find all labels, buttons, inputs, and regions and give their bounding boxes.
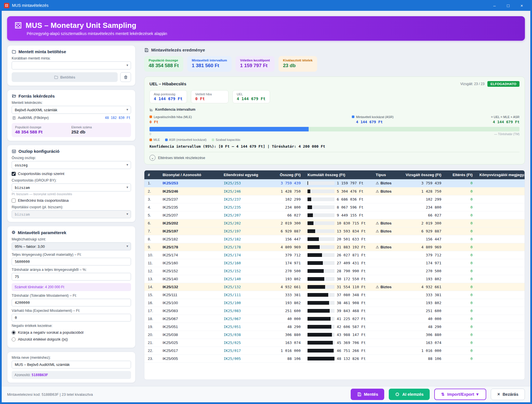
row-document-id: IK25/235 <box>159 203 220 211</box>
table-row[interactable]: 23. IK25/005 IK25/005 88 106 48 132 826 … <box>144 354 525 362</box>
col-difference: Eltérés (Ft) <box>445 170 476 179</box>
row-cumulative-amount: 39 843 468 Ft <box>337 309 366 313</box>
ai-analysis-button[interactable]: AI elemzés <box>389 389 430 400</box>
row-cumulative-amount: 5 304 476 Ft <box>337 189 363 193</box>
row-auditor-note <box>476 331 525 339</box>
row-difference: 0 <box>445 219 476 227</box>
sample-name-input[interactable] <box>12 361 131 368</box>
table-row[interactable]: 14. IK25/132 IK25/132 4 932 661 31 554 1… <box>144 283 525 291</box>
row-checked-amount: 174 971 <box>402 259 445 267</box>
group-by-checkbox-label: Csoportosítás oszlop szerint <box>18 172 64 176</box>
tolerable-misstatement-input[interactable] <box>12 299 131 306</box>
table-row[interactable]: 12. IK25/152 IK25/152 270 500 28 790 990… <box>144 267 525 275</box>
table-row[interactable]: 20. IK25/038 IK25/038 306 880 43 988 147… <box>144 331 525 339</box>
row-type <box>372 259 402 267</box>
group-by-select[interactable]: bizszam ▾ <box>12 184 131 191</box>
row-document-id: IK25/202 <box>159 219 220 227</box>
saved-sample-select[interactable]: ▾ <box>12 61 131 69</box>
row-cumulative-cell: 10 830 715 Ft <box>304 219 372 227</box>
row-type <box>372 299 402 307</box>
sample-table-body: 1. IK25/253 IK25/253 3 759 439 1 159 797… <box>144 179 525 362</box>
row-amount: 193 802 <box>269 275 304 283</box>
table-row[interactable]: 4. IK25/235 IK25/235 234 800 8 067 596 F… <box>144 203 525 211</box>
table-row[interactable]: 19. IK25/051 IK25/051 48 290 42 606 587 … <box>144 323 525 331</box>
row-cumulative-cell: 21 883 192 Ft <box>304 243 372 251</box>
negative-absolute-radio[interactable] <box>12 337 16 341</box>
saved-sample-label: Korábban mentett minta: <box>12 56 131 60</box>
check-list-grouping-checkbox[interactable] <box>12 199 16 203</box>
materiality-input[interactable] <box>12 258 131 265</box>
row-difference: 0 <box>445 211 476 219</box>
table-row[interactable]: 7. IK25/197 IK25/197 6 929 887 13 593 83… <box>144 227 525 235</box>
row-document-id: IK25/132 <box>159 283 220 291</box>
selected-value: bizszam <box>15 185 30 190</box>
row-cumulative-cell: 6 686 036 Ft <box>304 195 372 203</box>
save-button[interactable]: Mentés <box>351 389 385 400</box>
row-index: 17. <box>144 307 159 315</box>
row-cumulative-amount: 27 409 431 Ft <box>337 261 366 265</box>
table-row[interactable]: 17. IK25/083 IK25/083 251 600 39 843 468… <box>144 307 525 315</box>
delete-sample-button[interactable] <box>120 72 131 82</box>
row-index: 7. <box>144 227 159 235</box>
row-cumulative-amount: 20 501 633 Ft <box>337 237 366 241</box>
report-group-select[interactable]: bizszam ▾ <box>12 210 131 218</box>
row-amount: 156 447 <box>269 235 304 243</box>
query-detail-item: AuditXML (Főkönyv) 48 182 830 Ft <box>12 116 131 120</box>
table-row[interactable]: 8. IK25/182 IK25/182 156 447 20 501 633 … <box>144 235 525 243</box>
row-index: 4. <box>144 203 159 211</box>
row-cumulative-cell: 42 606 587 Ft <box>304 323 372 331</box>
table-row[interactable]: 2. IK25/246 IK25/246 1 428 750 5 304 476… <box>144 187 525 195</box>
import-export-button[interactable]: ⇅ Import/Export ▼ <box>434 389 486 400</box>
row-amount: 48 290 <box>269 323 304 331</box>
row-index: 9. <box>144 243 159 251</box>
expected-misstatement-input[interactable] <box>12 314 131 321</box>
group-by-checkbox[interactable] <box>12 172 16 176</box>
table-row[interactable]: 16. IK25/100 IK25/100 193 802 38 461 908… <box>144 299 525 307</box>
cumulative-progress-bar <box>307 301 334 305</box>
tolerable-ratio-input[interactable] <box>12 273 131 281</box>
table-row[interactable]: 6. IK25/202 IK25/202 2 019 300 10 830 71… <box>144 219 525 227</box>
negative-exclude-radio[interactable] <box>12 331 16 335</box>
col-checked-amount: Vizsgált összeg (Ft) <box>402 170 445 179</box>
row-cumulative-amount: 41 225 027 Ft <box>337 317 366 321</box>
table-row[interactable]: 5. IK25/207 IK25/207 66 027 9 449 155 Ft… <box>144 211 525 219</box>
maximize-button[interactable]: □ <box>502 1 514 10</box>
page-title: MUS – Monetary Unit Sampling <box>26 21 136 30</box>
row-auditor-note <box>476 243 525 251</box>
load-sample-card: Mentett minta betöltése Korábban mentett… <box>7 45 136 86</box>
card-title: Forrás lekérdezés <box>18 94 55 98</box>
row-checked-amount: 251 600 <box>402 307 445 315</box>
row-auditor-note <box>476 299 525 307</box>
table-row[interactable]: 15. IK25/111 IK25/111 333 381 37 080 348… <box>144 291 525 299</box>
table-row[interactable]: 22. IK25/017 IK25/017 1 016 000 46 751 2… <box>144 347 525 354</box>
close-button[interactable]: × Bezárás <box>491 389 525 400</box>
table-row[interactable]: 9. IK25/178 IK25/178 4 809 969 21 883 19… <box>144 243 525 251</box>
table-row[interactable]: 13. IK25/140 IK25/140 193 802 30 172 550… <box>144 275 525 283</box>
deviation-details-toggle[interactable]: ⌄ Eltéréses tételek részletezése <box>149 152 519 161</box>
table-row[interactable]: 1. IK25/253 IK25/253 3 759 439 1 159 797… <box>144 179 525 187</box>
close-window-button[interactable]: × <box>516 1 528 10</box>
load-button[interactable]: Betöltés <box>12 72 118 82</box>
amount-column-select[interactable]: osszeg ▾ <box>12 161 131 169</box>
cumulative-progress-bar <box>307 317 334 321</box>
minimize-button[interactable]: – <box>488 1 501 10</box>
row-cumulative-amount: 1 159 797 Ft <box>337 181 363 185</box>
table-row[interactable]: 11. IK25/160 IK25/160 174 971 27 409 431… <box>144 259 525 267</box>
legend-free-capacity: Szabad kapacitás <box>212 138 240 141</box>
table-row[interactable]: 10. IK25/174 IK25/174 379 712 26 027 871… <box>144 251 525 259</box>
row-amount: 66 027 <box>269 211 304 219</box>
row-check-unit: IK25/174 <box>220 251 269 259</box>
table-row[interactable]: 18. IK25/067 IK25/067 40 000 41 225 027 … <box>144 315 525 323</box>
mle-legend: Legvalószínűbb hiba (MLE) 0 Ft <box>149 114 233 124</box>
row-difference: 0 <box>445 243 476 251</box>
table-row[interactable]: 21. IK25/025 IK25/025 163 074 45 369 706… <box>144 339 525 347</box>
chart-icon <box>149 108 153 112</box>
saved-query-select[interactable]: Bejövő AuditXML számlák ▾ <box>12 106 131 114</box>
row-amount: 174 971 <box>269 259 304 267</box>
row-index: 19. <box>144 323 159 331</box>
cumulative-progress-bar <box>307 253 334 257</box>
row-cumulative-amount: 46 751 266 Ft <box>337 349 366 353</box>
table-row[interactable]: 3. IK25/237 IK25/237 102 299 6 686 036 F… <box>144 195 525 203</box>
stat-sampling-interval: Mintavételi intervallum 1 381 560 Ft <box>187 56 232 72</box>
confidence-level-select[interactable]: 95% – faktor: 3,00 ▾ <box>12 242 131 250</box>
